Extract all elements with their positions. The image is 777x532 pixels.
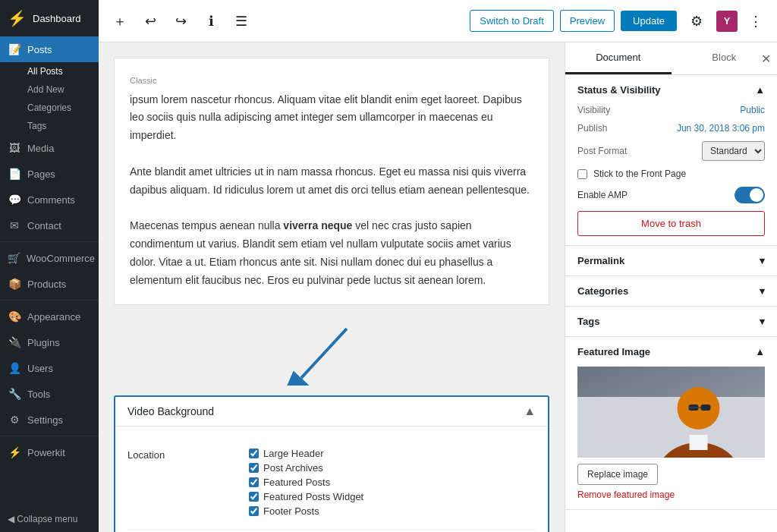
powerkit-icon: ⚡ <box>8 446 21 458</box>
sidebar-sub-categories[interactable]: Categories <box>20 99 99 117</box>
svg-rect-7 <box>701 405 711 411</box>
editor-inner: Classic ipsum lorem nascetur rhoncus. Al… <box>114 58 549 532</box>
chevron-down-icon: ▾ <box>760 255 765 266</box>
collapse-menu-button[interactable]: ◀ Collapse menu <box>0 506 99 532</box>
categories-header[interactable]: Categories ▾ <box>565 276 777 306</box>
redo-button[interactable]: ↪ <box>168 9 193 33</box>
sidebar-item-powerkit[interactable]: ⚡ Powerkit <box>0 439 99 465</box>
svg-line-1 <box>301 329 347 378</box>
collapse-icon: ◀ <box>8 514 14 524</box>
sidebar-item-label: Contact <box>27 220 61 231</box>
remove-featured-image-link[interactable]: Remove featured image <box>577 490 765 500</box>
checkbox-post-archives-input[interactable] <box>249 463 259 473</box>
sidebar-item-posts[interactable]: 📝 Posts <box>0 36 99 62</box>
video-bg-collapse-button[interactable]: ▲ <box>524 405 536 418</box>
sidebar-item-appearance[interactable]: 🎨 Appearance <box>0 304 99 329</box>
sidebar-item-comments[interactable]: 💬 Comments <box>0 187 99 212</box>
sidebar-item-pages[interactable]: 📄 Pages <box>0 161 99 187</box>
enable-amp-label: Enable AMP <box>577 190 628 200</box>
stick-front-page-row: Stick to the Front Page <box>577 168 765 179</box>
checkbox-featured-posts[interactable]: Featured Posts <box>249 477 536 488</box>
post-format-select[interactable]: Standard Aside Gallery <box>702 141 765 161</box>
replace-image-button[interactable]: Replace image <box>577 464 658 485</box>
permalink-section: Permalink ▾ <box>565 246 777 276</box>
sidebar-item-woocommerce[interactable]: 🛒 WooCommerce <box>0 245 99 271</box>
sidebar-item-plugins[interactable]: 🔌 Plugins <box>0 329 99 355</box>
sidebar-item-label: Users <box>27 363 53 374</box>
sidebar-logo[interactable]: ⚡ Dashboard <box>0 0 99 36</box>
sidebar-item-label: Plugins <box>27 337 60 348</box>
update-button[interactable]: Update <box>621 11 677 31</box>
products-icon: 📦 <box>8 278 21 290</box>
sidebar-item-label: Pages <box>27 168 55 180</box>
video-background-block: Video Background ▲ Location Large Header <box>114 395 549 532</box>
move-to-trash-button[interactable]: Move to trash <box>577 211 765 236</box>
visibility-value[interactable]: Public <box>740 105 765 115</box>
sidebar-item-label: Posts <box>27 44 52 55</box>
add-block-button[interactable]: ＋ <box>108 9 132 33</box>
switch-draft-button[interactable]: Switch to Draft <box>470 10 554 32</box>
status-visibility-body: Visibility Public Publish Jun 30, 2018 3… <box>565 105 777 245</box>
kebab-menu-button[interactable]: ⋮ <box>744 9 768 33</box>
status-visibility-label: Status & Visibility <box>577 84 661 96</box>
enable-amp-row: Enable AMP <box>577 187 765 203</box>
sidebar-item-products[interactable]: 📦 Products <box>0 271 99 297</box>
editor-area: Classic ipsum lorem nascetur rhoncus. Al… <box>99 42 777 532</box>
sidebar-item-settings[interactable]: ⚙ Settings <box>0 407 99 433</box>
yoast-icon: Y <box>724 15 731 27</box>
sidebar-item-tools[interactable]: 🔧 Tools <box>0 381 99 407</box>
info-button[interactable]: ℹ <box>199 9 223 33</box>
yoast-button[interactable]: Y <box>716 11 738 32</box>
sidebar-item-label: Tools <box>27 389 50 400</box>
sidebar-item-label: Appearance <box>27 311 80 323</box>
checkbox-featured-posts-widget-input[interactable] <box>249 492 259 502</box>
checkbox-footer-posts-input[interactable] <box>249 506 259 516</box>
categories-section: Categories ▾ <box>565 276 777 307</box>
checkbox-featured-posts-input[interactable] <box>249 477 259 487</box>
sidebar-sub-tags[interactable]: Tags <box>20 117 99 135</box>
pages-icon: 📄 <box>8 168 21 180</box>
checkbox-post-archives[interactable]: Post Archives <box>249 462 536 474</box>
sidebar-item-media[interactable]: 🖼 Media <box>0 135 99 161</box>
publish-row: Publish Jun 30, 2018 3:06 pm <box>577 123 765 134</box>
video-bg-header: Video Background ▲ <box>115 397 548 427</box>
checkbox-footer-posts-label: Footer Posts <box>263 505 319 517</box>
sidebar-sub-all-posts[interactable]: All Posts <box>20 62 99 80</box>
undo-button[interactable]: ↩ <box>138 9 162 33</box>
redo-icon: ↪ <box>175 13 187 30</box>
posts-submenu: All Posts Add New Categories Tags <box>0 62 99 135</box>
menu-icon: ☰ <box>235 13 247 30</box>
featured-image-header[interactable]: Featured Image ▲ <box>565 337 777 367</box>
sidebar-sub-add-new[interactable]: Add New <box>20 80 99 99</box>
status-visibility-header[interactable]: Status & Visibility ▲ <box>565 75 777 105</box>
checkbox-post-archives-label: Post Archives <box>263 462 323 474</box>
main-area: ＋ ↩ ↪ ℹ ☰ Switch to Draft Preview Update… <box>99 0 777 532</box>
enable-amp-toggle[interactable] <box>735 187 765 203</box>
publish-value[interactable]: Jun 30, 2018 3:06 pm <box>677 123 765 134</box>
settings-gear-button[interactable]: ⚙ <box>683 8 710 35</box>
sidebar-item-contact[interactable]: ✉ Contact <box>0 212 99 238</box>
right-panel-close-button[interactable]: ✕ <box>761 52 771 66</box>
stick-front-page-checkbox[interactable] <box>577 169 587 179</box>
location-row: Location Large Header Post Archives <box>127 439 536 530</box>
content-block-classic[interactable]: Classic ipsum lorem nascetur rhoncus. Al… <box>114 58 549 305</box>
tab-document[interactable]: Document <box>565 42 672 74</box>
tags-header[interactable]: Tags ▾ <box>565 307 777 336</box>
checkbox-featured-posts-widget[interactable]: Featured Posts Widget <box>249 491 536 502</box>
permalink-header[interactable]: Permalink ▾ <box>565 246 777 275</box>
woocommerce-icon: 🛒 <box>8 252 20 264</box>
checkbox-footer-posts[interactable]: Footer Posts <box>249 505 536 517</box>
more-button[interactable]: ☰ <box>229 9 253 33</box>
checkbox-featured-posts-label: Featured Posts <box>263 477 330 488</box>
video-bg-title: Video Background <box>127 405 214 417</box>
arrow-container <box>114 317 549 395</box>
plugins-icon: 🔌 <box>8 336 21 348</box>
chevron-down-icon: ▾ <box>760 285 765 297</box>
checkbox-large-header[interactable]: Large Header <box>249 448 536 459</box>
checkbox-large-header-input[interactable] <box>249 449 259 458</box>
preview-button[interactable]: Preview <box>560 10 615 32</box>
sidebar-item-users[interactable]: 👤 Users <box>0 355 99 381</box>
featured-image-section: Featured Image ▲ <box>565 337 777 510</box>
sidebar-logo-label: Dashboard <box>33 13 81 24</box>
checkbox-featured-posts-widget-label: Featured Posts Widget <box>263 491 363 502</box>
